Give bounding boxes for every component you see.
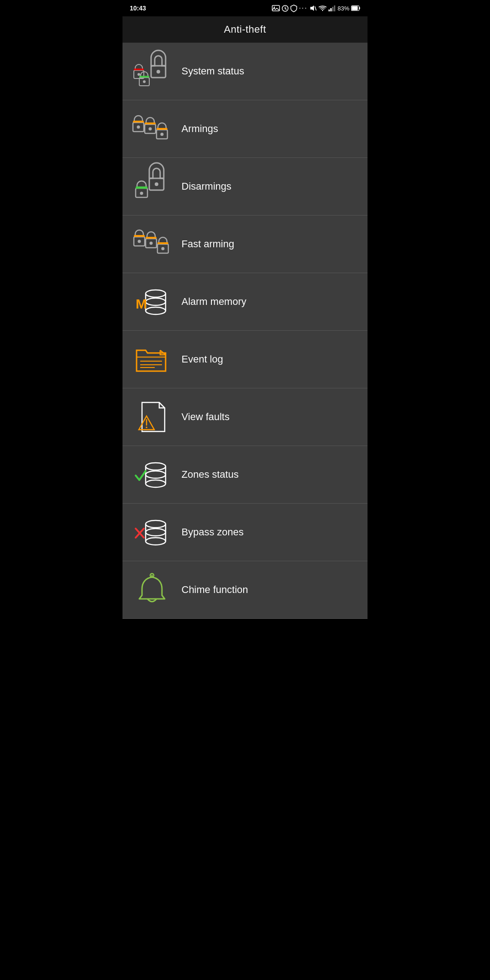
disarmings-icon [132, 166, 172, 207]
page-header: Anti-theft [122, 16, 368, 43]
image-icon [272, 5, 280, 11]
svg-point-37 [138, 240, 141, 243]
svg-rect-7 [330, 8, 332, 11]
svg-rect-19 [139, 76, 149, 78]
menu-item-bypass-zones[interactable]: Bypass zones [122, 504, 368, 561]
clock-icon [282, 5, 289, 12]
menu-label-chime-function: Chime function [181, 584, 248, 596]
svg-point-31 [155, 182, 158, 186]
shield-icon [290, 5, 297, 12]
svg-rect-25 [145, 122, 156, 124]
svg-point-40 [150, 242, 153, 245]
svg-text:M: M [136, 296, 147, 311]
svg-point-48 [146, 298, 166, 305]
chime-function-icon [132, 569, 172, 610]
svg-rect-42 [157, 242, 168, 244]
svg-point-14 [157, 70, 160, 74]
menu-label-armings: Armings [181, 123, 218, 135]
svg-point-57 [146, 463, 166, 470]
svg-point-26 [149, 127, 152, 131]
menu-label-alarm-memory: Alarm memory [181, 296, 246, 308]
menu-label-disarmings: Disarmings [181, 181, 231, 192]
more-dots-icon: ··· [299, 4, 308, 12]
svg-rect-8 [332, 7, 333, 11]
event-log-icon [132, 339, 172, 380]
menu-label-bypass-zones: Bypass zones [181, 526, 244, 538]
svg-rect-11 [359, 7, 360, 10]
svg-rect-9 [334, 5, 335, 11]
svg-point-20 [143, 80, 146, 83]
view-faults-icon [132, 397, 172, 437]
svg-point-44 [146, 290, 166, 297]
svg-rect-12 [352, 6, 358, 10]
svg-point-60 [146, 480, 166, 487]
svg-point-62 [146, 520, 166, 528]
menu-label-system-status: System status [181, 65, 244, 77]
menu-item-chime-function[interactable]: Chime function [122, 561, 368, 619]
svg-rect-16 [134, 69, 144, 70]
status-time: 10:43 [130, 5, 146, 12]
menu-label-fast-arming: Fast arming [181, 238, 234, 250]
wifi-icon [318, 5, 327, 11]
status-icons: ··· 83% [272, 4, 360, 12]
svg-point-56 [146, 426, 147, 428]
menu-label-zones-status: Zones status [181, 469, 239, 480]
bypass-zones-icon [132, 512, 172, 553]
menu-item-view-faults[interactable]: View faults [122, 388, 368, 446]
menu-label-event-log: Event log [181, 353, 223, 365]
svg-point-1 [274, 7, 275, 8]
mute-icon [309, 5, 317, 12]
svg-point-17 [137, 73, 140, 76]
menu-list: System status Armi [122, 43, 368, 619]
svg-point-61 [146, 471, 166, 478]
menu-item-fast-arming[interactable]: Fast arming [122, 216, 368, 273]
page-title: Anti-theft [224, 24, 266, 35]
svg-line-4 [285, 9, 286, 10]
menu-item-system-status[interactable]: System status [122, 43, 368, 100]
status-bar: 10:43 ··· [122, 0, 368, 16]
svg-rect-6 [328, 10, 330, 11]
menu-item-alarm-memory[interactable]: M Alarm memory [122, 273, 368, 331]
svg-point-23 [137, 126, 140, 129]
svg-rect-39 [146, 237, 157, 239]
menu-item-zones-status[interactable]: Zones status [122, 446, 368, 504]
svg-rect-33 [136, 186, 147, 189]
armings-icon [132, 108, 172, 149]
menu-item-disarmings[interactable]: Disarmings [122, 158, 368, 216]
svg-point-47 [146, 307, 166, 314]
svg-rect-36 [134, 235, 145, 237]
fast-arming-icon [132, 224, 172, 265]
signal-icon [328, 5, 336, 11]
menu-label-view-faults: View faults [181, 411, 230, 423]
svg-point-43 [162, 247, 165, 250]
svg-rect-22 [133, 121, 144, 122]
svg-line-5 [315, 6, 316, 10]
system-status-icon [132, 51, 172, 92]
svg-point-66 [146, 529, 166, 536]
menu-item-armings[interactable]: Armings [122, 100, 368, 158]
svg-point-65 [146, 538, 166, 545]
svg-point-29 [161, 133, 164, 136]
svg-rect-28 [157, 128, 167, 130]
battery-icon [351, 5, 360, 11]
svg-point-34 [140, 192, 143, 195]
svg-rect-0 [272, 5, 279, 11]
zones-status-icon [132, 454, 172, 495]
battery-level: 83% [338, 5, 349, 12]
alarm-memory-icon: M [132, 281, 172, 322]
menu-item-event-log[interactable]: Event log [122, 331, 368, 388]
